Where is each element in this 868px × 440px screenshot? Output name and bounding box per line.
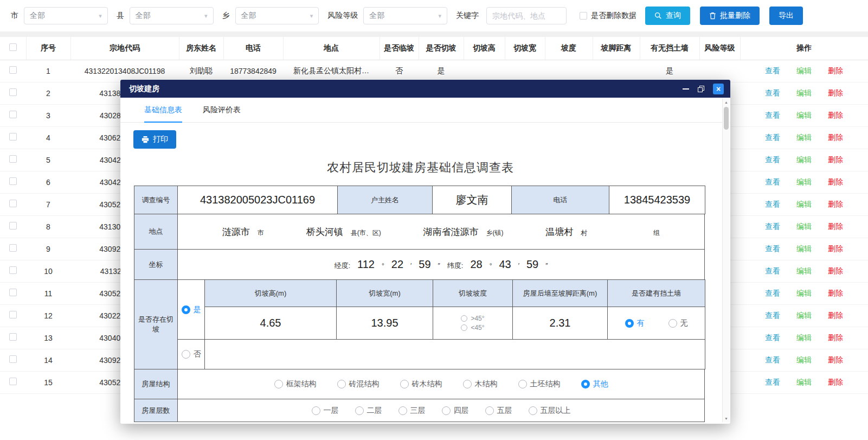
row-checkbox[interactable] bbox=[9, 244, 17, 252]
filter-select-1[interactable]: 全部▾ bbox=[130, 7, 214, 24]
view-link[interactable]: 查看 bbox=[765, 355, 780, 365]
edit-link[interactable]: 编辑 bbox=[796, 177, 812, 187]
delete-link[interactable]: 删除 bbox=[828, 244, 843, 254]
view-link[interactable]: 查看 bbox=[765, 289, 780, 298]
radio-否[interactable]: 否 bbox=[182, 349, 201, 359]
delete-link[interactable]: 删除 bbox=[828, 266, 843, 276]
row-actions: 查看编辑删除 bbox=[740, 177, 868, 187]
view-link[interactable]: 查看 bbox=[765, 333, 780, 343]
chevron-up-icon[interactable]: ▲ bbox=[723, 98, 730, 106]
radio-砖混结构[interactable]: 砖混结构 bbox=[337, 379, 380, 389]
delete-link[interactable]: 删除 bbox=[828, 355, 843, 365]
query-button[interactable]: 查询 bbox=[645, 7, 690, 25]
filter-select-0[interactable]: 全部▾ bbox=[24, 7, 108, 24]
view-link[interactable]: 查看 bbox=[765, 222, 780, 232]
view-link[interactable]: 查看 bbox=[765, 266, 780, 276]
row-checkbox[interactable] bbox=[9, 66, 17, 74]
delete-link[interactable]: 删除 bbox=[828, 177, 843, 187]
edit-link[interactable]: 编辑 bbox=[796, 66, 812, 76]
delete-link[interactable]: 删除 bbox=[828, 66, 843, 76]
edit-link[interactable]: 编辑 bbox=[796, 311, 812, 321]
delete-link[interactable]: 删除 bbox=[828, 155, 843, 165]
chevron-down-icon[interactable]: ▼ bbox=[723, 415, 730, 422]
delete-link[interactable]: 删除 bbox=[828, 111, 843, 120]
delete-link[interactable]: 删除 bbox=[828, 133, 843, 143]
view-link[interactable]: 查看 bbox=[765, 66, 780, 76]
select-all-checkbox[interactable] bbox=[9, 43, 17, 51]
radio-三层[interactable]: 三层 bbox=[398, 406, 426, 416]
radio-label: 五层以上 bbox=[541, 406, 571, 416]
row-checkbox[interactable] bbox=[9, 177, 17, 185]
edit-link[interactable]: 编辑 bbox=[796, 244, 812, 254]
row-checkbox[interactable] bbox=[9, 289, 17, 296]
radio-木结构[interactable]: 木结构 bbox=[463, 379, 498, 389]
edit-link[interactable]: 编辑 bbox=[796, 378, 812, 387]
radio-五层[interactable]: 五层 bbox=[485, 406, 512, 416]
view-link[interactable]: 查看 bbox=[765, 133, 780, 143]
radio-土坯结构[interactable]: 土坯结构 bbox=[518, 379, 561, 389]
maximize-button[interactable] bbox=[697, 85, 705, 93]
row-checkbox[interactable] bbox=[9, 378, 17, 385]
edit-link[interactable]: 编辑 bbox=[796, 88, 812, 98]
delete-link[interactable]: 删除 bbox=[828, 333, 843, 343]
row-checkbox[interactable] bbox=[9, 200, 17, 207]
modal-scrollbar[interactable]: ▲ ▼ bbox=[722, 98, 730, 422]
view-link[interactable]: 查看 bbox=[765, 311, 780, 321]
radio-五层以上[interactable]: 五层以上 bbox=[529, 406, 571, 416]
row-checkbox[interactable] bbox=[9, 222, 17, 229]
row-checkbox[interactable] bbox=[9, 111, 17, 118]
edit-link[interactable]: 编辑 bbox=[796, 289, 812, 298]
view-link[interactable]: 查看 bbox=[765, 155, 780, 165]
delete-link[interactable]: 删除 bbox=[828, 222, 843, 232]
close-button[interactable]: × bbox=[713, 84, 724, 94]
edit-link[interactable]: 编辑 bbox=[796, 111, 812, 120]
radio-无[interactable]: 无 bbox=[668, 318, 688, 328]
radio-四层[interactable]: 四层 bbox=[442, 406, 469, 416]
row-checkbox[interactable] bbox=[9, 355, 17, 363]
radio-砖木结构[interactable]: 砖木结构 bbox=[400, 379, 442, 389]
row-checkbox[interactable] bbox=[9, 266, 17, 274]
view-link[interactable]: 查看 bbox=[765, 244, 780, 254]
row-checkbox[interactable] bbox=[9, 133, 17, 141]
delete-link[interactable]: 删除 bbox=[828, 378, 843, 387]
delete-data-checkbox[interactable]: 是否删除数据 bbox=[580, 11, 636, 21]
edit-link[interactable]: 编辑 bbox=[796, 155, 812, 165]
radio-是[interactable]: 是 bbox=[182, 305, 201, 315]
view-link[interactable]: 查看 bbox=[765, 378, 780, 387]
edit-link[interactable]: 编辑 bbox=[796, 200, 812, 209]
radio-有[interactable]: 有 bbox=[625, 318, 645, 328]
view-link[interactable]: 查看 bbox=[765, 200, 780, 209]
view-link[interactable]: 查看 bbox=[765, 111, 780, 120]
delete-link[interactable]: 删除 bbox=[828, 88, 843, 98]
radio-二层[interactable]: 二层 bbox=[355, 406, 382, 416]
print-button[interactable]: 打印 bbox=[133, 130, 176, 149]
export-button[interactable]: 导出 bbox=[769, 7, 803, 25]
filter-select-2[interactable]: 全部▾ bbox=[235, 7, 319, 24]
radio-一层[interactable]: 一层 bbox=[312, 406, 339, 416]
radio-<45°[interactable]: <45° bbox=[461, 324, 484, 331]
edit-link[interactable]: 编辑 bbox=[796, 133, 812, 143]
edit-link[interactable]: 编辑 bbox=[796, 355, 812, 365]
delete-link[interactable]: 删除 bbox=[828, 311, 843, 321]
view-link[interactable]: 查看 bbox=[765, 177, 780, 187]
tab-basic-info[interactable]: 基础信息表 bbox=[144, 98, 182, 122]
row-checkbox[interactable] bbox=[9, 333, 17, 341]
edit-link[interactable]: 编辑 bbox=[796, 222, 812, 232]
batch-delete-button[interactable]: 批量删除 bbox=[700, 7, 760, 25]
radio-其他[interactable]: 其他 bbox=[581, 379, 608, 389]
row-checkbox[interactable] bbox=[9, 88, 17, 96]
delete-link[interactable]: 删除 bbox=[828, 289, 843, 298]
filter-select-3[interactable]: 全部▾ bbox=[363, 7, 447, 24]
scrollbar-thumb[interactable] bbox=[724, 107, 729, 130]
keyword-input[interactable] bbox=[486, 7, 567, 24]
delete-link[interactable]: 删除 bbox=[828, 200, 843, 209]
radio->45°[interactable]: >45° bbox=[461, 315, 484, 322]
edit-link[interactable]: 编辑 bbox=[796, 333, 812, 343]
view-link[interactable]: 查看 bbox=[765, 88, 780, 98]
row-checkbox[interactable] bbox=[9, 155, 17, 163]
minimize-button[interactable] bbox=[683, 88, 689, 90]
radio-框架结构[interactable]: 框架结构 bbox=[274, 379, 317, 389]
edit-link[interactable]: 编辑 bbox=[796, 266, 812, 276]
row-checkbox[interactable] bbox=[9, 311, 17, 318]
tab-risk-evaluation[interactable]: 风险评价表 bbox=[203, 98, 241, 122]
